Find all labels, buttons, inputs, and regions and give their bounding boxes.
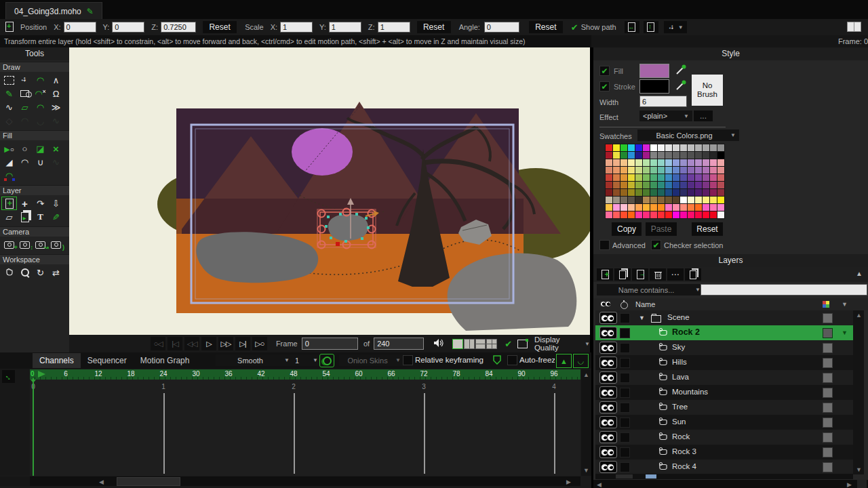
- layer-row-sun[interactable]: Sun: [595, 415, 853, 430]
- curve-points-tool[interactable]: ◠: [33, 100, 48, 114]
- swatch-cell-r3c13[interactable]: [703, 167, 709, 174]
- swatch-cell-r3c1[interactable]: [613, 167, 620, 174]
- scale-x-input[interactable]: 1: [280, 22, 313, 33]
- swatch-cell-r2c5[interactable]: [643, 159, 650, 166]
- layers-scroll-left-icon[interactable]: ◀: [597, 481, 601, 488]
- layer-row-rock-2[interactable]: Rock 2▼: [595, 325, 853, 340]
- swatch-cell-r7c0[interactable]: [606, 197, 612, 203]
- timeline-scroll-left-icon[interactable]: ◀: [99, 479, 104, 485]
- swatch-cell-r6c10[interactable]: [680, 189, 687, 196]
- swatch-cell-r3c4[interactable]: [635, 167, 642, 174]
- display-quality-dropdown[interactable]: Display Quality: [534, 336, 582, 352]
- swatch-cell-r6c13[interactable]: [703, 189, 709, 196]
- duplicate-layer-button[interactable]: [614, 268, 631, 281]
- swatch-cell-r5c7[interactable]: [658, 182, 665, 188]
- layers-hscroll-thumb[interactable]: [646, 474, 656, 479]
- swatch-cell-r8c14[interactable]: [710, 204, 717, 211]
- go-to-end-button[interactable]: ▷|: [235, 337, 250, 350]
- swatch-cell-r5c0[interactable]: [606, 182, 612, 188]
- mute-speaker-icon[interactable]: [433, 338, 444, 349]
- swatch-cell-r9c5[interactable]: [643, 211, 650, 218]
- layer-row-rock-3[interactable]: Rock 3: [595, 445, 853, 460]
- layer-color-square[interactable]: [823, 462, 833, 472]
- swatch-cell-r7c2[interactable]: [620, 197, 627, 203]
- angle-reset-button[interactable]: Reset: [529, 21, 563, 33]
- swatch-cell-r0c4[interactable]: [635, 144, 642, 151]
- swatch-cell-r1c8[interactable]: [665, 152, 672, 159]
- magnet-tool[interactable]: Ω: [48, 87, 64, 100]
- layer-animation-checkbox[interactable]: [620, 462, 630, 472]
- timeline-vscrollbar[interactable]: ▲ ▼: [581, 369, 591, 476]
- layer-visibility-button[interactable]: [599, 327, 617, 339]
- swatch-cell-r7c15[interactable]: [717, 197, 724, 203]
- layer-visibility-button[interactable]: [599, 342, 617, 354]
- swatch-cell-r4c3[interactable]: [628, 174, 635, 181]
- set-origin-tool[interactable]: +: [17, 197, 33, 210]
- stroke-checkbox[interactable]: ✔: [599, 81, 610, 92]
- swatch-cell-r9c4[interactable]: [635, 211, 642, 218]
- column-options-caret-icon[interactable]: ▼: [842, 301, 848, 308]
- cycle-count-dropdown[interactable]: 1▼: [292, 354, 321, 366]
- effect-more-button[interactable]: ...: [694, 110, 713, 121]
- swatch-cell-r1c12[interactable]: [695, 152, 702, 159]
- swatch-cell-r9c10[interactable]: [680, 211, 687, 218]
- swatch-cell-r4c15[interactable]: [717, 174, 724, 181]
- layer-row-tree[interactable]: Tree: [595, 400, 853, 415]
- layer-color-square[interactable]: [823, 313, 833, 323]
- show-handles-icon[interactable]: [517, 340, 528, 348]
- no-brush-button[interactable]: No Brush: [692, 75, 723, 106]
- flip-layer-vertical-button[interactable]: ↕: [644, 21, 658, 33]
- swatch-cell-r2c9[interactable]: [673, 159, 679, 166]
- layer-depth-tool[interactable]: ⇩: [48, 197, 64, 210]
- keyframe-shield-icon[interactable]: [491, 354, 503, 366]
- expand-timeline-icon[interactable]: ↔: [2, 370, 15, 383]
- timeline-hscroll-thumb[interactable]: [117, 477, 180, 486]
- swatch-cell-r2c0[interactable]: [606, 159, 612, 166]
- layer-color-square[interactable]: [823, 432, 833, 443]
- swatch-cell-r4c6[interactable]: [650, 174, 657, 181]
- layer-animation-checkbox[interactable]: [620, 388, 630, 398]
- swatch-cell-r3c12[interactable]: [695, 167, 702, 174]
- cycle-keyframe-icon[interactable]: ◡: [573, 354, 589, 368]
- swatch-cell-r6c15[interactable]: [717, 189, 724, 196]
- swatch-cell-r9c6[interactable]: [650, 211, 657, 218]
- swatch-cell-r8c12[interactable]: [695, 204, 702, 211]
- sun-shape[interactable]: [292, 128, 353, 176]
- pan-tilt-camera-tool[interactable]: ↝: [33, 238, 48, 251]
- style-paste-button[interactable]: Paste: [646, 222, 677, 236]
- swatch-cell-r6c11[interactable]: [688, 189, 694, 196]
- layer-animation-checkbox[interactable]: [620, 447, 630, 458]
- swatch-cell-r3c15[interactable]: [717, 167, 724, 174]
- timeline-scroll-up-icon[interactable]: ▲: [583, 371, 589, 378]
- swatch-cell-r5c8[interactable]: [665, 182, 672, 188]
- timeline-scroll-down-icon[interactable]: ▼: [583, 467, 589, 474]
- layer-color-square[interactable]: [823, 373, 833, 383]
- swatch-cell-r5c13[interactable]: [703, 182, 709, 188]
- swatch-cell-r7c8[interactable]: [665, 197, 672, 203]
- playhead-line[interactable]: [33, 378, 34, 476]
- shear-layer-tool[interactable]: ▱: [1, 210, 17, 224]
- swatch-cell-r3c2[interactable]: [620, 167, 627, 174]
- track-camera-tool[interactable]: +: [1, 238, 17, 251]
- swatch-cell-r8c7[interactable]: [658, 204, 665, 211]
- gradient-tool[interactable]: ◠: [1, 169, 17, 182]
- timeline-tab-motion-graph[interactable]: Motion Graph: [134, 353, 197, 368]
- timeline-tab-channels[interactable]: Channels: [33, 353, 81, 368]
- reference-layer-button[interactable]: →: [632, 268, 648, 281]
- layer-search-input[interactable]: [701, 284, 867, 296]
- pan-workspace-tool[interactable]: [1, 266, 17, 279]
- swatch-cell-r2c8[interactable]: [665, 159, 672, 166]
- swatches-dropdown[interactable]: Basic Colors.png▼: [637, 129, 739, 141]
- swatch-cell-r6c3[interactable]: [628, 189, 635, 196]
- layer-visibility-button[interactable]: [599, 446, 617, 458]
- hide-edge-tool[interactable]: ◠: [17, 155, 33, 169]
- swatch-cell-r8c15[interactable]: [717, 204, 724, 211]
- layer-visibility-button[interactable]: [599, 312, 617, 324]
- layer-more-button[interactable]: ⋯: [667, 268, 684, 281]
- swatch-cell-r9c15[interactable]: [717, 211, 724, 218]
- swatch-cell-r6c2[interactable]: [620, 189, 627, 196]
- swatch-cell-r5c3[interactable]: [628, 182, 635, 188]
- timeline-hscrollbar[interactable]: ◀ ▶: [30, 476, 580, 486]
- swatch-cell-r6c7[interactable]: [658, 189, 665, 196]
- swatch-cell-r8c4[interactable]: [635, 204, 642, 211]
